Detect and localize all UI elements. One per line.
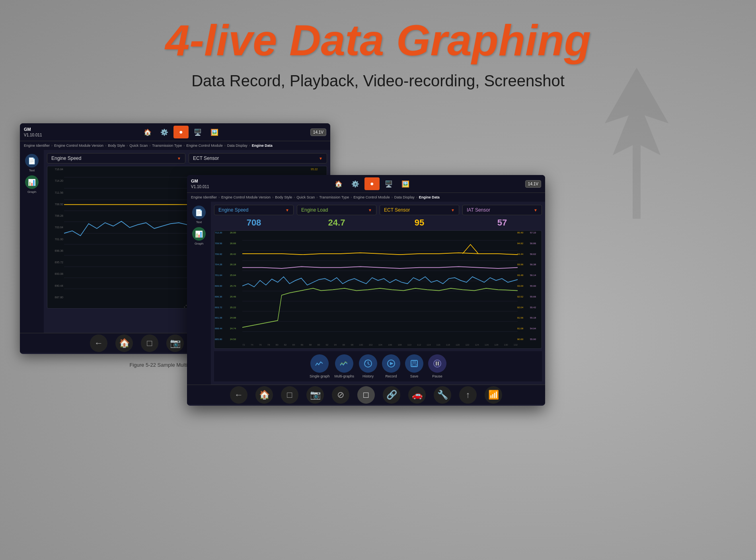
dropdown-arrow-f1: ▼ [285, 208, 289, 212]
y-axis-left-bottom-front: 26.90 26.66 26.42 26.18 25.94 25.70 25.4… [230, 231, 242, 341]
display-icon-back[interactable]: 🖥️ [190, 126, 205, 138]
multi-graphs-btn[interactable]: Multi-graphs [335, 354, 355, 378]
y-axis-left-front: 712.20 709.56 706.92 704.28 701.64 699.0… [214, 231, 230, 341]
record-icon-btn [382, 354, 400, 373]
bc-front-8: Engine Data [419, 195, 440, 199]
save-btn[interactable]: Save [405, 354, 423, 378]
bottom-toolbar-front: ← 🏠 □ 📷 ⊘ □ 🔗 🚗 🔧 ↑ 📶 [187, 385, 545, 404]
home-nav-front[interactable]: 🏠 [255, 386, 273, 404]
back-nav-icon[interactable]: ← [90, 334, 107, 352]
bc-front-1: Engine Identifier [191, 195, 217, 199]
home-icon-back[interactable]: 🏠 [140, 126, 155, 138]
signal-nav-front[interactable]: 📶 [485, 386, 502, 404]
text-label-back: Text [29, 169, 35, 172]
engine-speed-label-back: Engine Speed [51, 156, 81, 161]
ect-sensor-value: 95 [380, 218, 459, 228]
single-graph-icon-front [310, 354, 329, 373]
settings-icon-back[interactable]: ⚙️ [157, 126, 172, 138]
window-nav-front[interactable]: □ [281, 386, 298, 404]
image-icon-front[interactable]: 🖼️ [398, 177, 413, 190]
side-icons-front: 📄 Text 📊 Graph [187, 202, 211, 385]
window-nav-icon[interactable]: □ [141, 334, 158, 352]
bc-front-7: Data Display [394, 195, 415, 199]
car-nav-front[interactable]: 🚗 [408, 386, 426, 404]
brand-info-back: GM V1.10.011 [24, 126, 52, 137]
y-axis-right-front-ect: 95.40 94.92 94.44 93.96 93.48 93.00 92.5… [517, 231, 530, 341]
svg-marker-30 [390, 362, 394, 365]
bc-front-2: Engine Control Module Version [221, 195, 271, 199]
graph-label-back: Graph [27, 190, 36, 194]
history-label: History [362, 374, 374, 378]
battery-front: 14.1V [525, 180, 541, 188]
ect-sensor-selector-front[interactable]: ECT Sensor ▼ [380, 205, 459, 215]
breadcrumb-front: Engine Identifier › Engine Control Modul… [187, 192, 545, 202]
image-icon-back[interactable]: 🖼️ [207, 126, 222, 138]
iat-sensor-selector-front[interactable]: IAT Sensor ▼ [462, 205, 542, 215]
y-axis-right-front-iat: 57.10 56.86 56.62 56.38 56.14 55.90 55.6… [530, 231, 542, 341]
iat-sensor-number: 57 [497, 218, 507, 228]
side-icons-back: 📄 Text 📊 Graph [20, 150, 44, 333]
iat-sensor-value: 57 [462, 218, 542, 228]
breadcrumb-item-2: Engine Control Module Version [54, 144, 103, 148]
camera-nav-front[interactable]: 📷 [306, 386, 324, 404]
home-icon-front[interactable]: 🏠 [331, 177, 346, 190]
page-title-section: 4-live Data Graphing [0, 0, 756, 64]
text-label-front: Text [196, 220, 202, 224]
svg-line-28 [368, 364, 370, 365]
ect-sensor-label-back: ECT Sensor [193, 156, 219, 161]
side-icon-text-back[interactable]: 📄 Text [25, 154, 39, 172]
record-icon-front[interactable]: ● [364, 177, 380, 190]
breadcrumb-item-5: Transmission Type [152, 144, 182, 148]
cancel-nav-front[interactable]: ⊘ [332, 386, 349, 404]
side-icon-graph-front[interactable]: 📊 Graph [192, 227, 206, 245]
settings-icon-front[interactable]: ⚙️ [348, 177, 363, 190]
text-icon-back: 📄 [25, 154, 39, 167]
y-axis-left-back: 716.84 714.20 711.56 708.92 706.28 703.6… [47, 166, 64, 300]
pause-icon [428, 354, 446, 373]
engine-speed-selector-back[interactable]: Engine Speed ▼ [47, 153, 185, 163]
link-nav-front[interactable]: 🔗 [383, 386, 400, 404]
display-icon-front[interactable]: 🖥️ [381, 177, 396, 190]
engine-speed-selector-front[interactable]: Engine Speed ▼ [214, 205, 294, 215]
home-nav-icon[interactable]: 🏠 [115, 334, 133, 352]
engine-load-selector-front[interactable]: Engine Load ▼ [297, 205, 376, 215]
side-icon-graph-back[interactable]: 📊 Graph [25, 175, 39, 194]
pause-btn[interactable]: Pause [428, 354, 446, 378]
crop-nav-front[interactable]: □ [357, 386, 375, 404]
back-nav-front[interactable]: ← [230, 386, 247, 404]
record-btn[interactable]: Record [382, 354, 400, 378]
dropdown-arrow-f3: ▼ [451, 208, 455, 212]
svg-rect-32 [412, 360, 416, 363]
single-graph-btn-front[interactable]: Single graph [310, 354, 330, 378]
front-screen-header: GM V1.10.011 🏠 ⚙️ ● 🖥️ 🖼️ 14.1V [187, 175, 545, 192]
brand-name-back: GM [24, 126, 52, 132]
breadcrumb-item-1: Engine Identifier [24, 144, 50, 148]
save-icon [405, 354, 423, 373]
graph-selectors-front: Engine Speed ▼ Engine Load ▼ ECT Sensor … [214, 205, 542, 215]
save-label: Save [410, 374, 419, 378]
battery-back: 14.1V [310, 128, 326, 136]
bc-front-6: Engine Control Module [353, 195, 390, 199]
breadcrumb-back: Engine Identifier › Engine Control Modul… [20, 141, 330, 150]
side-icon-text-front[interactable]: 📄 Text [192, 206, 206, 224]
bc-front-4: Quick Scan [296, 195, 315, 199]
camera-nav-icon[interactable]: 📷 [166, 334, 184, 352]
chart-front: 712.20 709.56 706.92 704.28 701.64 699.0… [214, 230, 542, 349]
graph-selectors-back: Engine Speed ▼ ECT Sensor ▼ [47, 153, 327, 163]
upload-nav-front[interactable]: ↑ [459, 386, 477, 404]
page-subtitle: Data Record, Playback, Video-recording, … [0, 72, 756, 90]
pause-label: Pause [432, 374, 442, 378]
graph-icon-back: 📊 [25, 175, 39, 189]
action-buttons-front: Single graph Multi-graphs [214, 351, 542, 381]
bc-front-5: Transmission Type [319, 195, 349, 199]
record-icon-back[interactable]: ● [173, 126, 189, 138]
history-btn[interactable]: History [359, 354, 377, 378]
engine-load-value: 24.7 [297, 218, 376, 228]
tool-nav-front[interactable]: 🔧 [434, 386, 451, 404]
version-front: V1.10.011 [191, 184, 219, 189]
ect-sensor-selector-back[interactable]: ECT Sensor ▼ [189, 153, 327, 163]
graph-values-front: 708 24.7 95 57 [214, 218, 542, 228]
chart-svg-front [242, 231, 518, 341]
ect-sensor-number: 95 [415, 218, 424, 228]
dropdown-arrow-1: ▼ [177, 156, 181, 161]
